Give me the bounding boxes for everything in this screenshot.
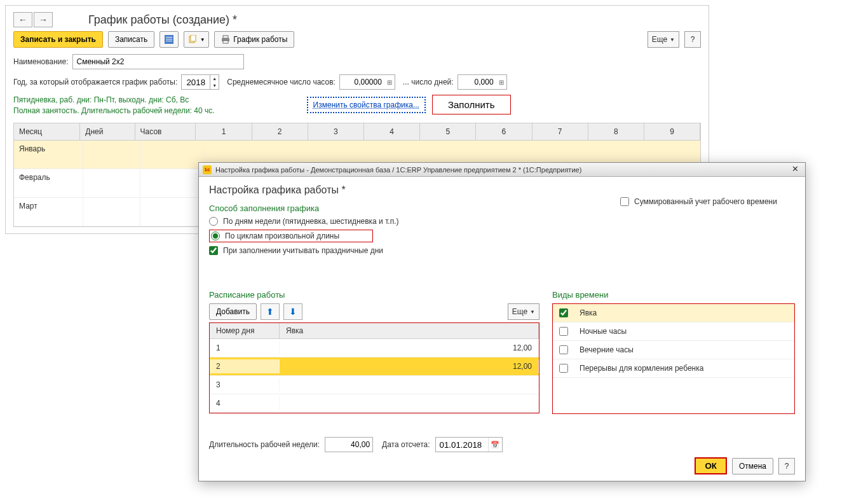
settings-dialog: 1c Настройка графика работы - Демонстрац… [198, 162, 806, 481]
col-attendance: Явка [280, 323, 539, 338]
calendar-icon[interactable]: 📅 [488, 438, 502, 452]
spinner-up[interactable]: ▲ [210, 75, 219, 82]
copy-dropdown-button[interactable]: ▼ [184, 31, 209, 48]
avg-hours-label: Среднемесячное число часов: [227, 78, 336, 86]
schedule-section: Расписание работы [209, 290, 539, 300]
consider-holidays-label: При заполнении учитывать праздничные дни [223, 246, 383, 255]
svg-rect-5 [191, 35, 196, 41]
col-day-number: Номер дня [210, 323, 280, 338]
avg-days-label: ... число дней: [403, 78, 454, 86]
dialog-title: Настройка графика работы * [209, 184, 795, 196]
page-title: График работы (создание) * [88, 13, 237, 27]
svg-rect-3 [166, 41, 172, 41]
time-type-checkbox[interactable] [559, 364, 568, 373]
start-date-input[interactable] [436, 440, 488, 450]
printer-icon [221, 35, 230, 44]
time-type-checkbox[interactable] [559, 308, 568, 317]
save-and-close-button[interactable]: Записать и закрыть [13, 31, 103, 48]
year-input[interactable] [182, 75, 210, 89]
name-label: Наименование: [13, 57, 69, 66]
avg-days-input[interactable] [458, 75, 496, 89]
time-type-row[interactable]: Перерывы для кормления ребенка [553, 359, 794, 378]
schedule-row[interactable]: 1 12,00 [210, 339, 539, 357]
time-types-table: Явка Ночные часы Вечерние часы Перерывы … [552, 303, 795, 414]
add-row-button[interactable]: Добавить [209, 303, 257, 320]
nav-back-button[interactable]: ← [13, 12, 32, 27]
year-label: Год, за который отображается график рабо… [13, 78, 177, 86]
spinner-down[interactable]: ▼ [210, 82, 219, 89]
avg-hours-input[interactable] [340, 75, 384, 89]
dialog-titlebar-text: Настройка графика работы - Демонстрацион… [215, 166, 581, 174]
schedule-info: Пятидневка, раб. дни: Пн-Пт, выходн. дни… [13, 95, 215, 116]
name-input[interactable] [72, 54, 244, 69]
schedule-row[interactable]: 2 12,00 [210, 357, 539, 376]
col-days: Дней [80, 123, 135, 140]
save-button[interactable]: Записать [108, 31, 154, 48]
fill-by-weekdays-label: По дням недели (пятидневка, шестидневка … [223, 217, 399, 226]
time-type-row[interactable]: Явка [553, 304, 794, 322]
list-icon [165, 35, 173, 44]
summed-time-checkbox[interactable] [620, 197, 629, 206]
time-types-section: Виды времени [552, 290, 795, 300]
schedule-row[interactable]: 4 [210, 394, 539, 413]
col-month: Месяц [14, 123, 80, 140]
move-down-button[interactable]: ⬇ [283, 303, 302, 320]
close-button[interactable]: ✕ [789, 164, 801, 176]
cancel-button[interactable]: Отмена [732, 458, 773, 474]
app-logo-icon: 1c [203, 165, 212, 174]
week-length-label: Длительность рабочей недели: [209, 440, 320, 449]
svg-rect-6 [223, 36, 228, 38]
print-schedule-button[interactable]: График работы [214, 31, 294, 48]
more-button[interactable]: Еще▼ [648, 31, 679, 48]
week-length-input[interactable] [325, 437, 373, 452]
list-icon-button[interactable] [159, 31, 179, 48]
schedule-row[interactable]: 3 [210, 376, 539, 394]
time-type-checkbox[interactable] [559, 345, 568, 354]
svg-rect-2 [166, 39, 172, 39]
move-up-button[interactable]: ⬆ [261, 303, 280, 320]
help-button[interactable]: ? [684, 31, 701, 48]
schedule-more-button[interactable]: Еще▼ [508, 303, 539, 320]
ok-button[interactable]: ОК [695, 457, 727, 474]
start-date-field[interactable]: 📅 [435, 437, 503, 452]
consider-holidays-checkbox[interactable] [209, 246, 218, 255]
year-spinner[interactable]: ▲▼ [181, 74, 219, 90]
svg-rect-1 [166, 37, 172, 38]
time-type-row[interactable]: Вечерние часы [553, 341, 794, 359]
calculator-icon[interactable]: ⊞ [496, 79, 506, 86]
nav-forward-button[interactable]: → [34, 12, 53, 27]
copy-icon [188, 35, 197, 44]
fill-button[interactable]: Заполнить [432, 95, 511, 114]
fill-by-cycle-label: По циклам произвольной длины [225, 232, 339, 240]
start-date-label: Дата отсчета: [382, 440, 430, 449]
fill-by-weekdays-radio[interactable] [209, 217, 218, 226]
summed-time-label: Суммированный учет рабочего времени [634, 197, 777, 206]
svg-rect-8 [223, 41, 228, 43]
time-type-checkbox[interactable] [559, 327, 568, 336]
fill-by-cycle-radio[interactable] [211, 232, 220, 240]
col-hours: Часов [135, 123, 196, 140]
time-type-row[interactable]: Ночные часы [553, 322, 794, 341]
edit-properties-link[interactable]: Изменить свойства графика... [307, 97, 426, 113]
calculator-icon[interactable]: ⊞ [384, 79, 395, 86]
schedule-table: Номер дня Явка 1 12,00 2 12,00 3 [209, 322, 539, 413]
dialog-help-button[interactable]: ? [778, 458, 795, 474]
